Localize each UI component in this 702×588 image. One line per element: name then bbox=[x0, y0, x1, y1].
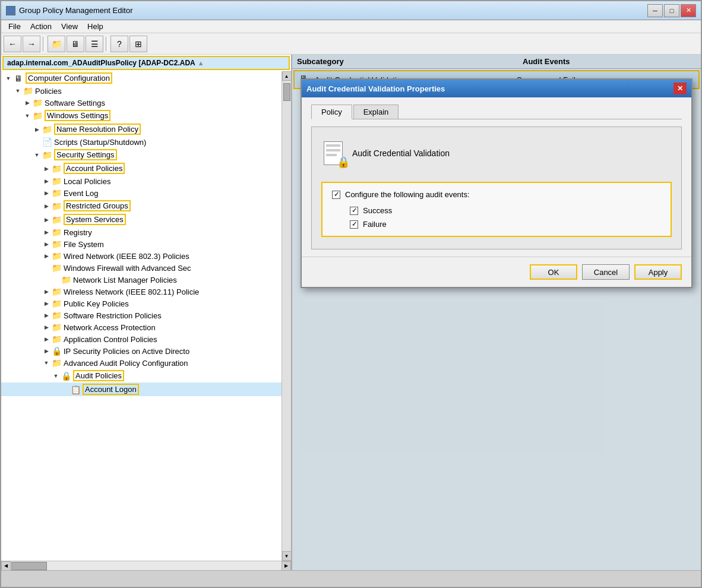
policy-icon-container: 🔒 bbox=[321, 139, 345, 167]
expander-wired-network[interactable]: ▶ bbox=[42, 251, 51, 261]
tree-item-software-settings[interactable]: ▶ 📁 Software Settings bbox=[1, 97, 282, 109]
tab-policy[interactable]: Policy bbox=[311, 105, 352, 119]
tree-item-file-system[interactable]: ▶ 📁 File System bbox=[1, 238, 282, 250]
back-button[interactable]: ← bbox=[4, 36, 21, 52]
expander-policies[interactable]: ▼ bbox=[13, 86, 23, 96]
tree-scrollbar[interactable]: ▲ ▼ bbox=[282, 71, 291, 561]
tree-item-account-policies[interactable]: ▶ 📁 Account Policies bbox=[1, 162, 282, 175]
app-control-label: Application Control Policies bbox=[64, 335, 157, 344]
expander-name-resolution[interactable]: ▶ bbox=[32, 125, 42, 134]
account-policies-icon: 📁 bbox=[51, 164, 62, 173]
help-button[interactable]: ? bbox=[110, 36, 128, 52]
account-policies-label: Account Policies bbox=[64, 163, 125, 174]
expander-advanced-audit[interactable]: ▼ bbox=[42, 358, 51, 368]
tree-item-event-log[interactable]: ▶ 📁 Event Log bbox=[1, 187, 282, 199]
content-area: adap.internal.com_ADAuditPlusPolicy [ADA… bbox=[1, 55, 701, 570]
tree-item-account-logon[interactable]: ▶ 📋 Account Logon bbox=[1, 382, 282, 396]
menu-bar: File Action View Help bbox=[1, 20, 701, 33]
maximize-button[interactable]: □ bbox=[664, 4, 679, 17]
tree-item-network-list-manager[interactable]: ▶ 📁 Network List Manager Policies bbox=[1, 274, 282, 286]
expander-software-restriction[interactable]: ▶ bbox=[42, 311, 51, 320]
tree-item-system-services[interactable]: ▶ 📁 System Services bbox=[1, 213, 282, 226]
expander-public-key[interactable]: ▶ bbox=[42, 299, 51, 308]
tree-container[interactable]: ▼ 🖥 Computer Configuration ▼ 📁 Policies … bbox=[1, 71, 282, 561]
tree-item-windows-firewall[interactable]: ▶ 📁 Windows Firewall with Advanced Sec bbox=[1, 262, 282, 274]
menu-help[interactable]: Help bbox=[83, 21, 108, 32]
h-scroll-right-btn[interactable]: ▶ bbox=[282, 561, 291, 571]
expander-audit-policies[interactable]: ▼ bbox=[51, 371, 61, 381]
tree-item-wireless-network[interactable]: ▶ 📁 Wireless Network (IEEE 802.11) Polic… bbox=[1, 286, 282, 298]
root-label: adap.internal.com_ADAuditPlusPolicy [ADA… bbox=[7, 59, 195, 67]
dialog-close-button[interactable]: ✕ bbox=[673, 83, 687, 94]
tree-item-registry[interactable]: ▶ 📁 Registry bbox=[1, 226, 282, 238]
tree-item-windows-settings[interactable]: ▼ 📁 Windows Settings bbox=[1, 109, 282, 122]
computer-button[interactable]: 🖥 bbox=[67, 36, 84, 52]
expander-computer-config[interactable]: ▼ bbox=[4, 74, 13, 83]
h-scroll-thumb[interactable] bbox=[11, 562, 47, 570]
expander-registry[interactable]: ▶ bbox=[42, 227, 51, 237]
tree-item-audit-policies[interactable]: ▼ 🔒 Audit Policies bbox=[1, 369, 282, 382]
dialog-tabs: Policy Explain bbox=[311, 105, 682, 119]
failure-checkbox[interactable] bbox=[350, 220, 358, 229]
expander-wireless-network[interactable]: ▶ bbox=[42, 287, 51, 296]
tree-item-network-access[interactable]: ▶ 📁 Network Access Protection bbox=[1, 321, 282, 333]
expander-network-access[interactable]: ▶ bbox=[42, 323, 51, 332]
minimize-button[interactable]: ─ bbox=[647, 4, 663, 17]
expander-software-settings[interactable]: ▶ bbox=[23, 98, 32, 108]
audit-policies-label: Audit Policies bbox=[73, 370, 124, 381]
tree-item-local-policies[interactable]: ▶ 📁 Local Policies bbox=[1, 175, 282, 187]
tree-item-public-key[interactable]: ▶ 📁 Public Key Policies bbox=[1, 298, 282, 309]
folder-button[interactable]: 📁 bbox=[48, 36, 65, 52]
configure-checkbox[interactable] bbox=[332, 191, 340, 199]
h-scroll-track[interactable] bbox=[11, 561, 282, 570]
menu-view[interactable]: View bbox=[56, 21, 83, 32]
expander-windows-settings[interactable]: ▼ bbox=[23, 111, 32, 121]
tree-item-computer-config[interactable]: ▼ 🖥 Computer Configuration bbox=[1, 71, 282, 85]
tree-item-software-restriction[interactable]: ▶ 📁 Software Restriction Policies bbox=[1, 309, 282, 321]
tree-item-ip-security[interactable]: ▶ 🔒 IP Security Policies on Active Direc… bbox=[1, 345, 282, 357]
expander-system-services[interactable]: ▶ bbox=[42, 215, 51, 225]
view-button[interactable]: ⊞ bbox=[129, 36, 147, 52]
scroll-thumb[interactable] bbox=[283, 83, 290, 101]
tree-item-security-settings[interactable]: ▼ 📁 Security Settings bbox=[1, 148, 282, 162]
tree-item-policies[interactable]: ▼ 📁 Policies bbox=[1, 85, 282, 97]
tree-item-restricted-groups[interactable]: ▶ 📁 Restricted Groups bbox=[1, 199, 282, 213]
expander-local-policies[interactable]: ▶ bbox=[42, 176, 51, 186]
expander-file-system[interactable]: ▶ bbox=[42, 239, 51, 249]
computer-config-label: Computer Configuration bbox=[26, 72, 112, 84]
success-label: Success bbox=[363, 206, 392, 215]
audit-events-header: Configure the following audit events: bbox=[332, 190, 661, 199]
menu-file[interactable]: File bbox=[4, 21, 26, 32]
expander-security-settings[interactable]: ▼ bbox=[32, 150, 42, 160]
success-checkbox[interactable] bbox=[350, 207, 358, 215]
tree-item-advanced-audit[interactable]: ▼ 📁 Advanced Audit Policy Configuration bbox=[1, 357, 282, 369]
h-scroll-left-btn[interactable]: ◀ bbox=[1, 561, 11, 571]
tree-item-wired-network[interactable]: ▶ 📁 Wired Network (IEEE 802.3) Policies bbox=[1, 250, 282, 262]
menu-action[interactable]: Action bbox=[26, 21, 56, 32]
toolbar: ← → 📁 🖥 ☰ ? ⊞ bbox=[1, 33, 701, 55]
tree-item-scripts[interactable]: ▶ 📄 Scripts (Startup/Shutdown) bbox=[1, 136, 282, 148]
close-button[interactable]: ✕ bbox=[681, 4, 696, 17]
expander-ip-security[interactable]: ▶ bbox=[42, 346, 51, 356]
tree-item-app-control[interactable]: ▶ 📁 Application Control Policies bbox=[1, 333, 282, 345]
horizontal-scrollbar[interactable]: ◀ ▶ bbox=[1, 561, 291, 570]
expander-event-log[interactable]: ▶ bbox=[42, 188, 51, 198]
tree-root[interactable]: adap.internal.com_ADAuditPlusPolicy [ADA… bbox=[2, 56, 290, 70]
scroll-up-btn[interactable]: ▲ bbox=[282, 71, 292, 81]
tab-explain[interactable]: Explain bbox=[353, 105, 399, 119]
restricted-groups-icon: 📁 bbox=[51, 201, 62, 211]
expander-account-policies[interactable]: ▶ bbox=[42, 164, 51, 173]
list-button[interactable]: ☰ bbox=[86, 36, 103, 52]
apply-button[interactable]: Apply bbox=[634, 264, 682, 280]
scroll-down-btn[interactable]: ▼ bbox=[282, 551, 292, 561]
ok-button[interactable]: OK bbox=[530, 264, 577, 280]
expander-app-control[interactable]: ▶ bbox=[42, 334, 51, 344]
app-control-icon: 📁 bbox=[51, 334, 62, 344]
file-system-icon: 📁 bbox=[51, 239, 62, 249]
forward-button[interactable]: → bbox=[23, 36, 40, 52]
dialog-body: Policy Explain bbox=[302, 97, 691, 257]
expander-restricted-groups[interactable]: ▶ bbox=[42, 201, 51, 211]
cancel-button[interactable]: Cancel bbox=[582, 264, 630, 280]
tree-item-name-resolution[interactable]: ▶ 📁 Name Resolution Policy bbox=[1, 122, 282, 136]
audit-sub-items: Success Failure bbox=[350, 206, 661, 229]
